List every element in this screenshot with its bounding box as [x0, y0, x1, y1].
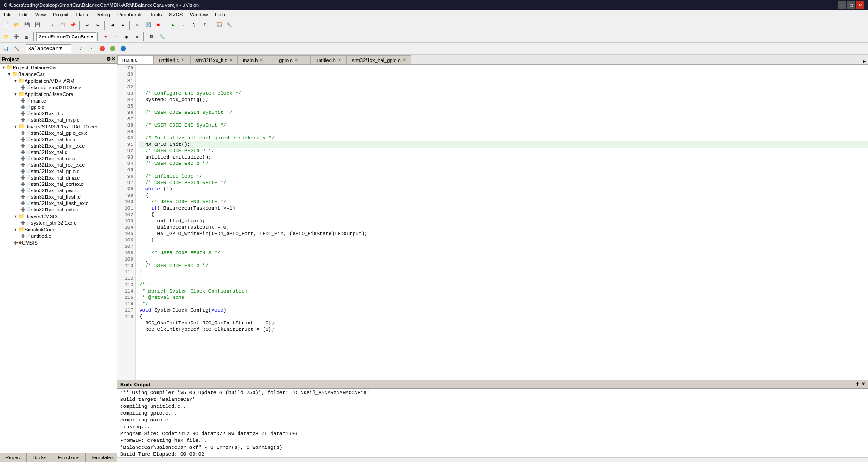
step-btn[interactable]: ↓ — [178, 20, 188, 30]
build2-btn[interactable]: 🔨 — [11, 44, 21, 54]
nav-back-btn[interactable]: ◀ — [107, 20, 117, 30]
menu-help[interactable]: Help — [211, 11, 229, 18]
cut-btn[interactable]: ✂ — [47, 20, 57, 30]
tree-hal-rcc-ex[interactable]: ➕ 📄 stm32f1xx_hal_rcc_ex.c — [0, 162, 117, 168]
close-button[interactable]: ✕ — [856, 1, 864, 9]
code-lines[interactable]: /* Configure the system clock */ SystemC… — [136, 65, 868, 380]
tree-gpio-c[interactable]: ➕ 📄 gpio.c — [0, 104, 117, 110]
menu-project[interactable]: Project — [49, 11, 72, 18]
nav-fwd-btn[interactable]: ▶ — [118, 20, 128, 30]
tree-hal-flash[interactable]: ➕ 📄 stm32f1xx_hal_flash.c — [0, 194, 117, 200]
tab-close-icon-5[interactable]: ✕ — [338, 57, 341, 62]
tab-main-c[interactable]: main.c — [117, 55, 154, 64]
blue-btn[interactable]: 🔵 — [118, 44, 128, 54]
tree-hal-tim-ex[interactable]: ➕ 📄 stm32f1xx_hal_tim_ex.c — [0, 143, 117, 149]
tree-app-user[interactable]: ▼ 📁 Application/User/Core — [0, 91, 117, 98]
tree-startup[interactable]: ➕ 📄 startup_stm32f103xe.s — [0, 84, 117, 91]
menu-flash[interactable]: Flash — [72, 11, 92, 18]
save-btn[interactable]: 💾 — [22, 20, 32, 30]
stepover-btn[interactable]: ⤵ — [189, 20, 199, 30]
options-btn[interactable]: 🔧 — [157, 32, 167, 42]
build-expand-icon[interactable]: ⬆ — [855, 381, 859, 387]
tree-hal-cortex[interactable]: ➕ 📄 stm32f1xx_hal_cortex.c — [0, 181, 117, 187]
open-btn[interactable]: 📂 — [11, 20, 21, 30]
save-all-btn[interactable]: 💾 — [32, 20, 42, 30]
tree-hal-exti[interactable]: ➕ 📄 stm32f1xx_hal_exti.c — [0, 206, 117, 213]
target-btn[interactable]: 🖥 — [147, 32, 157, 42]
build-close-icon[interactable]: ✕ — [861, 381, 865, 387]
tree-main-c[interactable]: ➕ 📄 main.c — [0, 98, 117, 104]
tab-scroll-right[interactable]: ▶ — [861, 58, 868, 64]
sendframe-dropdown[interactable]: SendFrameToCanBus ▼ — [36, 32, 96, 41]
tree-app-mdk[interactable]: ▼ 📁 Application/MDK-ARM — [0, 77, 117, 84]
stepout-btn[interactable]: ⤴ — [199, 20, 209, 30]
panel-close-icon[interactable]: ✕ — [112, 56, 115, 62]
red-btn[interactable]: 🔴 — [97, 44, 107, 54]
tree-hal-dma[interactable]: ➕ 📄 stm32f1xx_hal_dma.c — [0, 175, 117, 181]
green-btn[interactable]: 🟢 — [107, 44, 117, 54]
dbg4-btn[interactable]: ⊕ — [132, 32, 142, 42]
run-btn[interactable]: ▶ — [168, 20, 178, 30]
horizontal-scrollbar[interactable] — [117, 457, 868, 462]
tab-close-icon-2[interactable]: ✕ — [229, 57, 233, 62]
tab-close-icon-6[interactable]: ✕ — [402, 57, 406, 62]
ok-btn[interactable]: ✓ — [76, 44, 86, 54]
menu-peripherals[interactable]: Peripherals — [114, 11, 147, 18]
tab-templates[interactable]: Templates — [86, 453, 120, 462]
tab-close-icon[interactable]: ✕ — [181, 57, 184, 62]
tree-hal-c[interactable]: ➕ 📄 stm32f1xx_hal.c — [0, 149, 117, 155]
tab-untitled-c[interactable]: untitled.c ✕ — [154, 55, 190, 64]
menu-debug[interactable]: Debug — [92, 11, 114, 18]
restore-button[interactable]: □ — [847, 1, 855, 9]
tab-project[interactable]: Project — [0, 453, 27, 462]
tree-hal-gpio[interactable]: ➕ 📄 stm32f1xx_hal_gpio.c — [0, 168, 117, 175]
dbg3-btn[interactable]: ◉ — [122, 32, 132, 42]
minimize-button[interactable]: ─ — [838, 1, 846, 9]
new-file-btn[interactable]: 📄 — [1, 20, 11, 30]
redo-btn[interactable]: ↪ — [93, 20, 103, 30]
tab-hal-gpio[interactable]: stm32f1xx_hal_gpio.c ✕ — [347, 55, 411, 64]
tab-untitled-h[interactable]: untitled.h ✕ — [310, 55, 347, 64]
undo-btn[interactable]: ↩ — [82, 20, 92, 30]
settings-btn[interactable]: 🔧 — [224, 20, 234, 30]
menu-edit[interactable]: Edit — [15, 11, 31, 18]
tree-stm32-it[interactable]: ➕ 📄 stm32f1xx_it.c — [0, 110, 117, 117]
menu-window[interactable]: Window — [186, 11, 211, 18]
dbg2-btn[interactable]: ○ — [111, 32, 121, 42]
tab-functions[interactable]: Functions — [52, 453, 86, 462]
tree-hal-gpio-ex[interactable]: ➕ 📄 stm32f1xx_hal_gpio_ex.c — [0, 130, 117, 136]
tree-drivers-cmsis[interactable]: ▼ 📁 Drivers/CMSIS — [0, 213, 117, 220]
rebuild-btn[interactable]: 🔄 — [143, 20, 153, 30]
check-btn[interactable]: ✓ — [86, 44, 96, 54]
code-content[interactable]: 7980818283848586878889909192939495969798… — [117, 65, 868, 380]
remove-btn[interactable]: 🗑 — [22, 32, 32, 42]
build-btn[interactable]: ⚙ — [132, 20, 142, 30]
tree-simulink[interactable]: ▼ 📁 SimulinkCode — [0, 226, 117, 233]
menu-file[interactable]: File — [0, 11, 15, 18]
tree-project-root[interactable]: ▼ 📁 Project: BalanceCar — [0, 64, 117, 71]
tree-system-stm32[interactable]: ➕ 📄 system_stm32f1xx.c — [0, 220, 117, 226]
window-btn[interactable]: 🪟 — [214, 20, 224, 30]
tree-hal-flash-ex[interactable]: ➕ 📄 stm32f1xx_hal_flash_ex.c — [0, 200, 117, 206]
stop-btn[interactable]: ■ — [153, 20, 163, 30]
tree-balancecar[interactable]: ▼ 📁 BalanceCar — [0, 71, 117, 77]
tree-stm32-msp[interactable]: ➕ 📄 stm32f1xx_hal_msp.c — [0, 117, 117, 123]
dbg1-btn[interactable]: ● — [101, 32, 111, 42]
menu-view[interactable]: View — [31, 11, 50, 18]
project-btn[interactable]: 📁 — [1, 32, 11, 42]
tab-close-icon-3[interactable]: ✕ — [259, 57, 263, 62]
tree-cmsis[interactable]: ➕ ◆ CMSIS — [0, 239, 117, 246]
menu-tools[interactable]: Tools — [147, 11, 166, 18]
add-btn[interactable]: ➕ — [11, 32, 21, 42]
tab-main-h[interactable]: main.h ✕ — [238, 55, 274, 64]
tree-hal-pwr[interactable]: ➕ 📄 stm32f1xx_hal_pwr.c — [0, 187, 117, 194]
paste-btn[interactable]: 📌 — [68, 20, 78, 30]
tab-gpio-c[interactable]: gpio.c ✕ — [274, 55, 310, 64]
target-dropdown[interactable]: BalanceCar ▼ — [26, 44, 71, 53]
tree-untitled-c[interactable]: ➕ 📄 untitled.c — [0, 233, 117, 239]
tab-close-icon-4[interactable]: ✕ — [294, 57, 298, 62]
panel-config-icon[interactable]: ⚙ — [107, 56, 111, 62]
menu-svcs[interactable]: SVCS — [165, 11, 186, 18]
tree-drivers-hal[interactable]: ▼ 📁 Drivers/STM32F1xx_HAL_Driver — [0, 123, 117, 130]
tree-hal-tim[interactable]: ➕ 📄 stm32f1xx_hal_tim.c — [0, 136, 117, 143]
